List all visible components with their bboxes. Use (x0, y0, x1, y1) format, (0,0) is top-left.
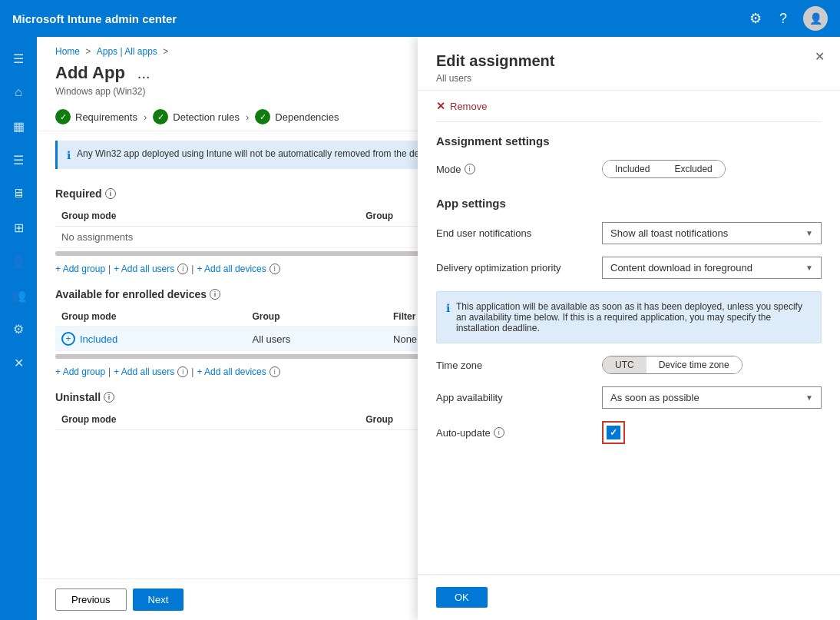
enrolled-add-all-devices[interactable]: + Add all devices (197, 366, 266, 377)
step-check-requirements: ✓ (55, 109, 71, 124)
delivery-optimization-row: Delivery optimization priority Content d… (436, 250, 822, 285)
breadcrumb-home[interactable]: Home (55, 46, 80, 57)
required-devices-info[interactable]: i (270, 264, 280, 274)
remove-label: Remove (450, 101, 487, 112)
sidebar-settings[interactable]: ⚙ (3, 313, 34, 344)
enrolled-add-group[interactable]: + Add group (55, 366, 105, 377)
mode-toggle-group: Included Excluded (602, 160, 726, 178)
end-user-notifications-row: End user notifications Show all toast no… (436, 216, 822, 250)
panel-footer: OK (418, 574, 840, 620)
step-dependencies: ✓ Dependencies (255, 109, 339, 124)
remove-x-icon: ✕ (436, 100, 445, 112)
enrolled-col-group: Group (246, 307, 387, 327)
required-add-all-users[interactable]: + Add all users (114, 264, 174, 274)
uninstall-info-icon[interactable]: i (104, 392, 114, 403)
help-icon[interactable]: ? (776, 11, 791, 26)
end-user-notifications-label: End user notifications (436, 227, 590, 239)
sidebar-devices[interactable]: 🖥 (3, 178, 34, 209)
uninstall-col-group-mode: Group mode (55, 409, 359, 430)
previous-button[interactable]: Previous (55, 589, 127, 611)
sidebar-users[interactable]: 👤 (3, 246, 34, 277)
app-settings-title: App settings (436, 184, 822, 216)
app-availability-label: App availability (436, 392, 590, 403)
assignment-settings-title: Assignment settings (436, 122, 822, 154)
next-button[interactable]: Next (133, 589, 184, 611)
step-detection-rules: ✓ Detection rules (153, 109, 240, 124)
sidebar-apps[interactable]: ⊞ (3, 212, 34, 243)
end-user-notifications-dropdown[interactable]: Show all toast notifications ▼ (602, 222, 822, 244)
mode-info-icon[interactable]: i (465, 164, 475, 174)
topbar-title: Microsoft Intune admin center (12, 12, 739, 25)
topbar: Microsoft Intune admin center ⚙ ? 👤 (0, 0, 840, 37)
auto-update-row: Auto-update i ✓ (436, 415, 822, 450)
enrolled-group-mode-cell: + Included (55, 327, 246, 351)
main-content: Home > Apps | All apps > Add App ... Win… (37, 37, 840, 620)
sidebar-tools[interactable]: ✕ (3, 347, 34, 378)
breadcrumb-apps[interactable]: Apps | All apps (97, 46, 157, 57)
step-label-detection: Detection rules (173, 111, 240, 123)
sidebar-expand[interactable]: ☰ (3, 43, 34, 74)
dropdown-arrow-notifications: ▼ (805, 229, 813, 237)
panel-info-text: This application will be available as so… (456, 301, 812, 333)
step-label-dependencies: Dependencies (275, 111, 339, 123)
required-info-icon[interactable]: i (105, 188, 116, 199)
required-add-all-devices[interactable]: + Add all devices (197, 264, 266, 274)
enrolled-devices-info[interactable]: i (270, 366, 280, 377)
sidebar-groups[interactable]: 👥 (3, 280, 34, 310)
checkmark-icon: ✓ (610, 427, 617, 438)
time-zone-toggle: UTC Device time zone (602, 356, 742, 374)
enrolled-info-icon[interactable]: i (210, 289, 220, 300)
step-label-requirements: Requirements (75, 111, 137, 123)
enrolled-users-info[interactable]: i (177, 366, 188, 377)
auto-update-checkbox[interactable]: ✓ (607, 426, 620, 439)
delivery-optimization-label: Delivery optimization priority (436, 262, 590, 274)
step-requirements: ✓ Requirements (55, 109, 137, 124)
panel-info-box: ℹ This application will be available as … (436, 291, 822, 343)
sidebar-dashboard[interactable]: ▦ (3, 111, 34, 141)
dropdown-arrow-availability: ▼ (805, 393, 813, 402)
auto-update-info-icon[interactable]: i (494, 427, 504, 438)
panel-body: ✕ Remove Assignment settings Mode i Incl… (418, 91, 840, 574)
utc-button[interactable]: UTC (603, 356, 647, 373)
col-group-mode: Group mode (55, 206, 359, 227)
step-check-detection: ✓ (153, 109, 168, 124)
mode-excluded-button[interactable]: Excluded (662, 161, 724, 177)
layout: ☰ ⌂ ▦ ☰ 🖥 ⊞ 👤 👥 ⚙ ✕ Home > Apps | All ap… (0, 37, 840, 620)
app-availability-row: App availability As soon as possible ▼ (436, 380, 822, 415)
device-time-button[interactable]: Device time zone (647, 356, 742, 373)
auto-update-label: Auto-update i (436, 427, 590, 439)
auto-update-checkbox-container[interactable]: ✓ (602, 421, 625, 444)
topbar-icons: ⚙ ? 👤 (748, 6, 828, 31)
time-zone-label: Time zone (436, 360, 590, 371)
info-icon: ℹ (67, 149, 71, 161)
delivery-optimization-dropdown[interactable]: Content download in foreground ▼ (602, 257, 822, 279)
end-user-notifications-value: Show all toast notifications (610, 227, 728, 239)
panel-close-button[interactable]: ✕ (815, 49, 825, 64)
step-check-dependencies: ✓ (255, 109, 270, 124)
panel-header: Edit assignment All users ✕ (418, 37, 840, 91)
ellipsis-button[interactable]: ... (134, 65, 154, 82)
required-users-info[interactable]: i (177, 264, 188, 274)
time-zone-row: Time zone UTC Device time zone (436, 350, 822, 380)
app-availability-dropdown[interactable]: As soon as possible ▼ (602, 386, 822, 409)
mode-label: Mode i (436, 164, 590, 175)
ok-button[interactable]: OK (436, 587, 488, 608)
plus-circle-icon: + (61, 332, 75, 346)
panel-title: Edit assignment (436, 52, 822, 70)
panel-subtitle: All users (436, 73, 822, 84)
required-add-group[interactable]: + Add group (55, 264, 105, 274)
sidebar: ☰ ⌂ ▦ ☰ 🖥 ⊞ 👤 👥 ⚙ ✕ (0, 37, 37, 620)
mode-included-button[interactable]: Included (603, 161, 662, 177)
included-badge: + Included (61, 332, 240, 346)
settings-icon[interactable]: ⚙ (748, 11, 763, 26)
app-availability-value: As soon as possible (610, 392, 699, 403)
sidebar-list[interactable]: ☰ (3, 144, 34, 175)
dropdown-arrow-delivery: ▼ (805, 264, 813, 272)
sidebar-home[interactable]: ⌂ (3, 77, 34, 108)
avatar[interactable]: 👤 (803, 6, 828, 31)
panel-info-icon: ℹ (446, 302, 450, 333)
page-title: Add App (55, 63, 125, 83)
remove-button[interactable]: ✕ Remove (436, 91, 822, 122)
edit-assignment-panel: Edit assignment All users ✕ ✕ Remove Ass… (418, 37, 840, 620)
enrolled-add-all-users[interactable]: + Add all users (114, 366, 174, 377)
